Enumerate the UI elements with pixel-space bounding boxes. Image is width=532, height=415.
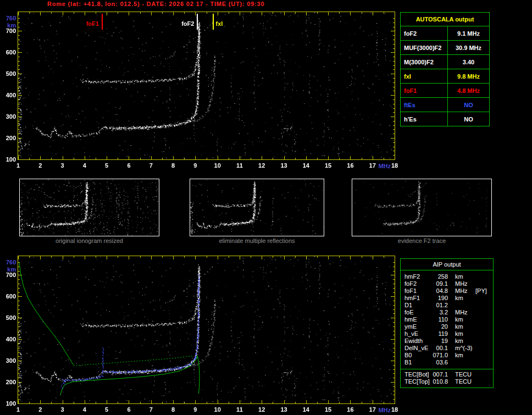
aip-row: B103.6: [401, 359, 493, 366]
aip-row: Ewidth19km: [401, 337, 493, 345]
x-axis-tick-label: 7: [149, 406, 153, 413]
aip-row: hmF2258km: [401, 273, 493, 280]
x-axis-tick-label: 10: [214, 162, 221, 169]
aip-row: D101.2: [401, 302, 493, 309]
y-axis-tick-label: 200: [1, 135, 16, 141]
aip-param-flag: [PY]: [472, 287, 487, 295]
aip-param-unit: [448, 359, 472, 366]
aip-row: hmF1190km: [401, 295, 493, 302]
x-axis-tick-label: 7: [149, 162, 153, 169]
main-ionogram-canvas: [18, 12, 395, 159]
aip-param-unit: km: [448, 323, 472, 330]
aip-param-unit: km: [448, 352, 472, 359]
profile-ionogram-plot: [18, 256, 395, 404]
y-axis-tick-label: 760: [1, 15, 16, 21]
thumbnail-original-ionogram: [19, 179, 159, 236]
aip-row: foF104.8MHz[PY]: [401, 287, 493, 295]
aip-param-value: 19: [431, 337, 448, 345]
aip-param-value: 071.0: [431, 352, 448, 359]
autoscala-row: foF14.8 MHz: [401, 84, 490, 98]
y-axis-tick-label: 300: [1, 357, 16, 364]
x-axis-tick-label: 9: [193, 406, 197, 413]
autoscala-app-screen: Rome (lat: +41.8, lon: 012.5) - DATE: 20…: [0, 0, 532, 415]
aip-param-unit: km: [448, 295, 472, 302]
autoscala-row: foF29.1 MHz: [401, 26, 490, 41]
y-axis-tick-label: 500: [1, 70, 16, 77]
thumbnail-f2-canvas: [352, 179, 491, 236]
x-axis-tick-label: 1: [16, 162, 20, 169]
thumbnail-caption: evidence F2 trace: [352, 237, 492, 244]
aip-param-value: 01.2: [431, 302, 448, 309]
autoscala-param-name: fxI: [401, 69, 448, 84]
x-axis-tick-label: 6: [127, 162, 130, 169]
y-axis-tick-label: 100: [1, 156, 16, 163]
aip-param-unit: [448, 302, 472, 309]
x-axis-tick-label: 16: [347, 406, 353, 413]
aip-param-value: 04.8: [431, 287, 448, 295]
x-axis-tick-label: 4: [83, 162, 86, 169]
aip-param-unit: MHz: [448, 287, 472, 295]
aip-param-value: 00.1: [431, 345, 448, 352]
x-axis-tick-label: 1: [16, 406, 20, 413]
aip-param-name: B1: [401, 359, 431, 366]
aip-param-unit: km: [448, 316, 472, 323]
aip-param-unit: km: [448, 330, 472, 337]
aip-param-name: TEC[Bot]: [401, 371, 431, 378]
thumbnail-caption: original ionogram resized: [19, 237, 159, 244]
autoscala-header-row: AUTOSCALA output: [401, 13, 490, 26]
aip-param-unit: km: [448, 337, 472, 345]
aip-param-value: 09.1: [431, 280, 448, 287]
x-axis-tick-label: 14: [303, 162, 309, 169]
thumbnail-cleaned-canvas: [190, 179, 324, 236]
x-axis-tick-label: 5: [105, 162, 108, 169]
x-axis-tick-label: 13: [280, 406, 287, 413]
autoscala-param-name: foF2: [401, 26, 448, 41]
x-axis-tick-label: 12: [258, 406, 265, 413]
x-axis-tick-label: 11: [236, 406, 243, 413]
aip-param-value: 110: [431, 316, 448, 323]
y-axis-tick-label: 200: [1, 379, 16, 385]
profile-ionogram-canvas: [18, 256, 395, 403]
aip-param-value: 190: [431, 295, 448, 302]
aip-param-name: foF1: [401, 287, 431, 295]
x-axis-tick-label: 2: [38, 406, 42, 413]
aip-parameter-rows: hmF2258kmfoF209.1MHzfoF104.8MHz[PY]hmF11…: [401, 270, 493, 367]
autoscala-row: M(3000)F23.40: [401, 55, 490, 69]
autoscala-row: fxI9.8 MHz: [401, 69, 490, 84]
autoscala-row: ftEsNO: [401, 98, 490, 112]
autoscala-param-name: MUF(3000)F2: [401, 41, 448, 55]
main-ionogram-plot: [18, 12, 395, 160]
x-axis-tick-label: 17: [369, 406, 376, 413]
aip-param-name: TEC[Top]: [401, 378, 431, 385]
x-axis-tick-label: 11: [236, 162, 243, 169]
aip-row: h_vE119km: [401, 330, 493, 337]
y-axis-tick-label: 100: [1, 400, 16, 407]
aip-row: DelN_vE00.1m^(-3): [401, 345, 493, 352]
autoscala-output-table: AUTOSCALA output foF29.1 MHzMUF(3000)F23…: [400, 12, 490, 126]
aip-param-name: B0: [401, 352, 431, 359]
autoscala-param-value: 9.1 MHz: [448, 26, 490, 41]
x-axis-tick-label: 12: [258, 162, 265, 169]
aip-tec-rows: TEC[Bot]007.1TECUTEC[Top]010.8TECU: [401, 369, 493, 388]
autoscala-param-name: ftEs: [401, 98, 448, 112]
thumbnail-f2-trace: [352, 179, 492, 236]
aip-row: B0071.0km: [401, 352, 493, 359]
y-axis-tick-label: 500: [1, 314, 16, 321]
x-axis-tick-label: 17: [369, 162, 376, 169]
aip-table-title: AIP output: [401, 259, 493, 270]
aip-param-name: DelN_vE: [401, 345, 431, 352]
aip-param-value: 3.2: [431, 309, 448, 316]
aip-param-name: Ewidth: [401, 337, 431, 345]
x-axis-tick-label: 16: [347, 162, 353, 169]
autoscala-param-name: M(3000)F2: [401, 55, 448, 69]
aip-param-name: ymE: [401, 323, 431, 330]
y-axis-tick-label: 400: [1, 336, 16, 342]
x-axis-tick-label: 14: [303, 406, 309, 413]
x-axis-tick-label: 3: [61, 406, 64, 413]
aip-row: hmE110km: [401, 316, 493, 323]
autoscala-param-name: h'Es: [401, 112, 448, 126]
aip-row: ymE20km: [401, 323, 493, 330]
aip-param-name: foE: [401, 309, 431, 316]
x-axis-tick-label: 6: [127, 406, 130, 413]
autoscala-row: MUF(3000)F230.9 MHz: [401, 41, 490, 55]
